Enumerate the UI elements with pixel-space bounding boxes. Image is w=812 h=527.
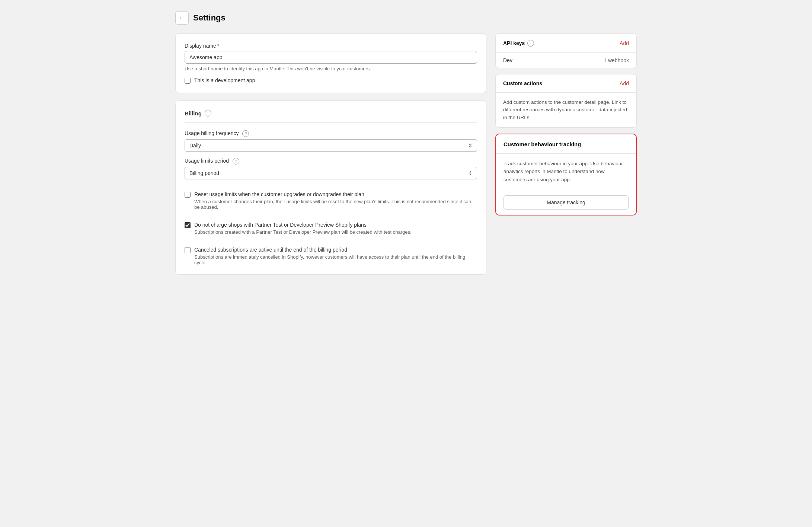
usage-limits-select[interactable]: Billing period Rolling 30 days [185,167,477,179]
billing-info-icon[interactable]: i [205,110,211,116]
tracking-card-title: Customer behaviour tracking [503,141,581,147]
display-name-hint: Use a short name to identify this app in… [185,66,477,71]
tracking-card-description: Track customer behaviour in your app. Us… [503,160,629,184]
display-name-card: Display name* Use a short name to identi… [175,33,486,93]
usage-billing-label: Usage billing frequency ? [185,130,477,137]
display-name-group: Display name* Use a short name to identi… [185,43,477,71]
tracking-card-body: Track customer behaviour in your app. Us… [496,154,636,190]
page-title: Settings [193,13,226,23]
api-keys-add-link[interactable]: Add [620,40,629,46]
custom-actions-header: Custom actions Add [496,74,636,93]
back-icon: ← [179,15,185,21]
back-button[interactable]: ← [175,11,189,25]
reset-usage-sublabel: When a customer changes their plan, thei… [194,199,477,210]
custom-actions-title: Custom actions [503,80,542,86]
usage-billing-group: Usage billing frequency ? Daily Weekly M… [185,130,477,152]
page-header: ← Settings [175,11,637,25]
billing-checkbox-row-3: Canceled subscriptions are active until … [185,242,477,265]
api-keys-dev-value: 1 webhook [604,57,629,63]
custom-actions-body: Add custom actions to the customer detai… [496,93,636,127]
main-layout: Display name* Use a short name to identi… [175,33,637,275]
api-keys-dev-label: Dev [503,57,512,63]
billing-checkbox-row-2: Do not charge shops with Partner Test or… [185,217,477,235]
usage-billing-select-wrapper: Daily Weekly Monthly ⇕ [185,139,477,152]
dev-app-checkbox[interactable] [185,78,191,84]
api-keys-card: API keys i Add Dev 1 webhook [495,33,637,68]
no-charge-partner-checkbox[interactable] [185,222,191,228]
canceled-active-sublabel: Subscriptions are immediately cancelled … [194,254,477,265]
usage-billing-help-icon[interactable]: ? [242,130,249,137]
right-column: API keys i Add Dev 1 webhook Custom acti… [495,33,637,215]
billing-checkbox-row-1: Reset usage limits when the customer upg… [185,187,477,210]
usage-limits-select-wrapper: Billing period Rolling 30 days ⇕ [185,167,477,179]
api-keys-dev-row: Dev 1 webhook [496,53,636,68]
api-keys-info-icon[interactable]: i [527,40,534,47]
api-keys-title: API keys [503,40,525,46]
no-charge-partner-label[interactable]: Do not charge shops with Partner Test or… [194,222,367,228]
tracking-card-header: Customer behaviour tracking [496,134,636,154]
reset-usage-checkbox[interactable] [185,192,191,198]
usage-limits-group: Usage limits period ? Billing period Rol… [185,158,477,179]
usage-limits-help-icon[interactable]: ? [233,158,239,165]
manage-tracking-button[interactable]: Manage tracking [503,195,629,210]
custom-actions-add-link[interactable]: Add [620,80,629,86]
billing-checkboxes: Reset usage limits when the customer upg… [185,187,477,265]
custom-actions-description: Add custom actions to the customer detai… [503,99,629,121]
canceled-active-label[interactable]: Canceled subscriptions are active until … [194,247,347,253]
display-name-label: Display name* [185,43,477,49]
dev-app-row: This is a development app [185,77,477,84]
billing-card: Billing i Usage billing frequency ? Dail… [175,100,486,275]
api-keys-header: API keys i Add [496,34,636,53]
canceled-active-checkbox[interactable] [185,247,191,253]
billing-header: Billing i [185,110,477,123]
display-name-input[interactable] [185,51,477,64]
custom-actions-card: Custom actions Add Add custom actions to… [495,74,637,128]
dev-app-label[interactable]: This is a development app [194,77,255,83]
customer-behaviour-tracking-card: Customer behaviour tracking Track custom… [495,134,637,215]
tracking-card-footer: Manage tracking [496,190,636,215]
usage-billing-select[interactable]: Daily Weekly Monthly [185,139,477,152]
usage-limits-label: Usage limits period ? [185,158,477,165]
no-charge-partner-sublabel: Subscriptions created with a Partner Tes… [194,229,412,235]
billing-title: Billing [185,110,202,116]
reset-usage-label[interactable]: Reset usage limits when the customer upg… [194,191,364,197]
left-column: Display name* Use a short name to identi… [175,33,486,275]
required-star: * [217,43,219,49]
